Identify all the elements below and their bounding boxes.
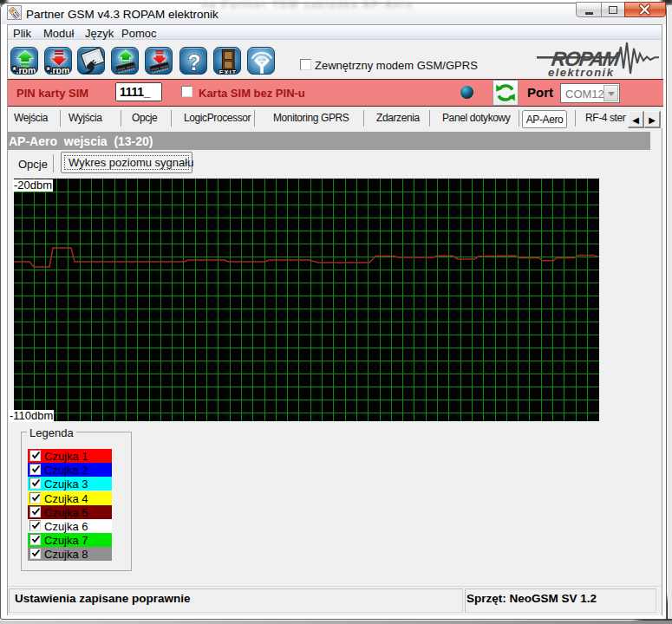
svg-text:*.rpm: *.rpm [13, 65, 36, 75]
svg-text:?: ? [187, 50, 200, 75]
svg-text:elektronik: elektronik [548, 66, 614, 76]
svg-text:EXIT: EXIT [219, 69, 237, 75]
svg-text:*.rpm: *.rpm [47, 65, 70, 75]
